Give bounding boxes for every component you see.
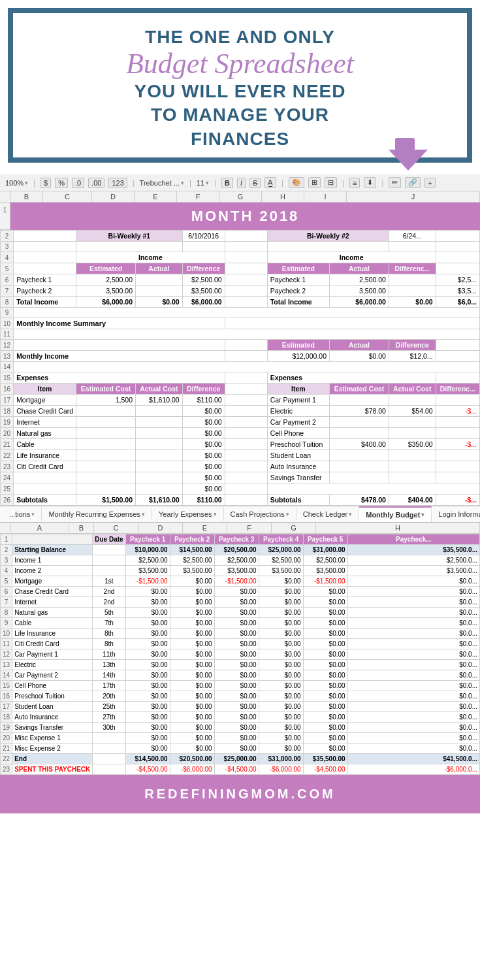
expenses-headers-row: 16 Item Estimated Cost Actual Cost Diffe… [1, 384, 480, 395]
proj-mortgage-pc1: -$1,500.00 [125, 576, 170, 587]
proj-car1-pc1: $0.00 [125, 649, 170, 660]
number-btn[interactable]: 123 [108, 178, 127, 188]
underline-btn[interactable]: A̲ [264, 177, 276, 188]
proj-mortgage-pc5: -$1,500.00 [303, 576, 347, 587]
tab-monthly-recurring[interactable]: Monthly Recurring Expenses ▾ [42, 507, 152, 521]
currency-btn[interactable]: $ [40, 178, 51, 188]
tab-cash-proj-label: Cash Projections [231, 510, 285, 518]
decimal1-btn[interactable]: .0 [72, 178, 84, 188]
percent-btn[interactable]: % [55, 178, 68, 188]
tab-cash-proj[interactable]: Cash Projections ▾ [224, 507, 296, 521]
proj-h-a [12, 534, 93, 545]
tab-tions[interactable]: ...tions ▾ [3, 507, 42, 521]
font-size-selector[interactable]: 11 ▾ [197, 179, 209, 187]
exp1-item3: Internet [14, 417, 76, 428]
link-btn[interactable]: 🔗 [405, 177, 421, 188]
subtotal1-est: $1,500.00 [76, 495, 136, 506]
empty-f20 [225, 428, 267, 439]
proj-citi-pc3: $0.00 [214, 639, 259, 649]
sep5: | [281, 179, 283, 187]
rn16: 16 [1, 384, 14, 395]
proj-preschool-pc2: $0.00 [170, 691, 214, 702]
italic-btn[interactable]: I [237, 178, 246, 188]
proj-start-pc2: $14,500.00 [170, 545, 214, 555]
empty-b4 [14, 252, 76, 263]
proj-spent-pc6: -$6,000.0... [347, 764, 479, 775]
svg-rect-0 [395, 138, 415, 151]
exp2-est7 [330, 461, 389, 472]
pc1-diff2: $2,5... [436, 274, 479, 286]
proj-internet-pc3: $0.00 [214, 597, 259, 608]
proj-car2-pc1: $0.00 [125, 670, 170, 681]
decimal2-btn[interactable]: .00 [88, 178, 104, 188]
proj-student-pc3: $0.00 [214, 702, 259, 712]
empty-row14: 14 [1, 362, 480, 372]
proj-col-g: G [272, 523, 316, 533]
mi-act: $0.00 [330, 351, 389, 362]
tab-login-info[interactable]: Login Information ▾ [432, 507, 480, 521]
proj-internet-pc6: $0.0... [347, 597, 479, 608]
biweekly1-label: Bi-Weekly #1 [76, 231, 183, 242]
exp-row5: 21 Cable $0.00 Preschool Tuition $400.00… [1, 439, 480, 450]
exp2-est6 [330, 450, 389, 461]
proj-spent-pc5: -$4,500.00 [303, 764, 347, 775]
row-num-header [0, 191, 10, 202]
proj-mortgage-pc3: -$1,500.00 [214, 576, 259, 587]
col-g-header: G [219, 191, 262, 202]
ti-label1: Total Income [14, 297, 76, 308]
tab-monthly-budget[interactable]: Monthly Budget ▾ [359, 506, 432, 522]
proj-h-pc5: Paycheck 5 [303, 534, 347, 545]
proj-electric-pc6: $0.0... [347, 660, 479, 670]
exp1-item7: Citi Credit Card [14, 461, 76, 472]
proj-student: 17 Student Loan 25th $0.00 $0.00 $0.00 $… [1, 702, 480, 712]
proj-savings-pc5: $0.00 [303, 723, 347, 733]
proj-i1-pc1: $2,500.00 [125, 555, 170, 566]
proj-internet-due: 2nd [93, 597, 125, 608]
borders-btn[interactable]: ⊞ [308, 177, 321, 188]
proj-car2-pc4: $0.00 [259, 670, 303, 681]
merge-btn[interactable]: ⊟ [325, 177, 337, 188]
diff-header1: Difference [182, 263, 225, 274]
font-selector[interactable]: Trebuchet ... ▾ [140, 179, 184, 187]
proj-col-a: A [10, 523, 69, 533]
proj-auto-pc1: $0.00 [125, 712, 170, 723]
proj-end-pc4: $31,000.00 [259, 754, 303, 764]
subtotal2-diff: -$... [436, 495, 479, 506]
income-label1: Income [76, 252, 225, 263]
draw-btn[interactable]: ✏ [389, 177, 401, 188]
exp1-diff6: $0.00 [182, 450, 225, 461]
fill-btn[interactable]: 🎨 [289, 177, 304, 188]
proj-cell-pc1: $0.00 [125, 681, 170, 691]
tab-check-ledger[interactable]: Check Ledger ▾ [296, 507, 360, 521]
tab-monthly-budget-chevron: ▾ [421, 512, 424, 518]
proj-student-pc6: $0.0... [347, 702, 479, 712]
pc2-est2: 3,500.00 [330, 286, 389, 297]
proj-electric-label: Electric [12, 660, 93, 670]
proj-spent-pc2: -$6,000.00 [170, 764, 214, 775]
empty-9 [14, 308, 480, 318]
proj-student-pc1: $0.00 [125, 702, 170, 712]
proj-chase-pc4: $0.00 [259, 587, 303, 597]
align-icon[interactable]: ⬇ [364, 177, 376, 188]
empty-j4 [436, 252, 479, 263]
proj-mortgage-pc2: $0.00 [170, 576, 214, 587]
pc1-label1: Paycheck 1 [14, 274, 76, 286]
align-left-btn[interactable]: ≡ [349, 178, 360, 188]
exp2-est4 [330, 428, 389, 439]
strikethrough-btn[interactable]: S [249, 178, 261, 188]
zoom-control[interactable]: 100% ▾ [5, 179, 28, 187]
exp1-item2: Chase Credit Card [14, 406, 76, 417]
empty-f5 [225, 263, 267, 274]
tab-yearly[interactable]: Yearly Expenses ▾ [152, 507, 224, 521]
subtotal1-label: Subtotals [14, 495, 76, 506]
proj-header-row: 1 Due Date Paycheck 1 Paycheck 2 Paychec… [1, 534, 480, 545]
proj-life: 10 Life Insurance 8th $0.00 $0.00 $0.00 … [1, 629, 480, 639]
add-btn[interactable]: + [424, 178, 435, 188]
proj-misc2-pc2: $0.00 [170, 743, 214, 754]
biweekly-labels-row: 2 Bi-Weekly #1 6/10/2016 Bi-Weekly #2 6/… [1, 231, 480, 242]
bold-btn[interactable]: B [221, 178, 233, 188]
empty-f21 [225, 439, 267, 450]
proj-main-table: 1 Due Date Paycheck 1 Paycheck 2 Paychec… [0, 534, 480, 775]
exp1-act2 [136, 406, 183, 417]
proj-internet-pc4: $0.00 [259, 597, 303, 608]
